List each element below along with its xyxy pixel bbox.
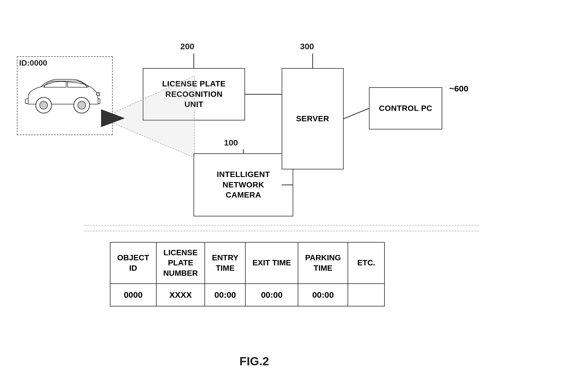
col-header-license-plate: LICENSEPLATENUMBER [156, 242, 205, 284]
col-header-parking-time: PARKINGTIME [298, 242, 348, 284]
col-header-exit-time: EXIT TIME [245, 242, 298, 284]
col-header-etc: ETC. [348, 242, 384, 284]
svg-line-8 [344, 108, 369, 119]
diagram: 200 100 300 LICENSE PLATERECOGNITIONUNIT… [0, 0, 567, 392]
label-300: 300 [300, 42, 314, 51]
camera-fov [99, 62, 200, 174]
cell-license-plate: XXXX [156, 284, 205, 306]
control-pc-block: CONTROL PC [369, 87, 442, 129]
label-200: 200 [180, 42, 194, 51]
svg-point-1 [40, 101, 48, 109]
inc-unit-block: INTELLIGENTNETWORKCAMERA [194, 153, 293, 216]
table-row: 0000 XXXX 00:00 00:00 00:00 [110, 284, 384, 306]
data-table: OBJECTID LICENSEPLATENUMBER ENTRYTIME EX… [110, 242, 385, 306]
server-block: SERVER [282, 68, 344, 169]
car-illustration [23, 73, 101, 121]
svg-point-3 [78, 101, 86, 109]
cell-exit-time: 00:00 [245, 284, 298, 306]
inc-unit-label: INTELLIGENTNETWORKCAMERA [217, 169, 270, 200]
cell-parking-time: 00:00 [298, 284, 348, 306]
cell-object-id: 0000 [110, 284, 156, 306]
cell-etc [348, 284, 384, 306]
separator-line-1 [85, 225, 479, 226]
cell-entry-time: 00:00 [205, 284, 245, 306]
figure-label: FIG.2 [239, 355, 269, 368]
label-100: 100 [224, 138, 238, 147]
car-id-label: ID:0000 [19, 59, 47, 68]
separator-line-2 [85, 231, 479, 231]
server-label: SERVER [296, 114, 329, 124]
control-pc-label: CONTROL PC [379, 103, 432, 113]
label-600: ~600 [449, 84, 468, 93]
col-header-object-id: OBJECTID [110, 242, 156, 284]
col-header-entry-time: ENTRYTIME [205, 242, 245, 284]
